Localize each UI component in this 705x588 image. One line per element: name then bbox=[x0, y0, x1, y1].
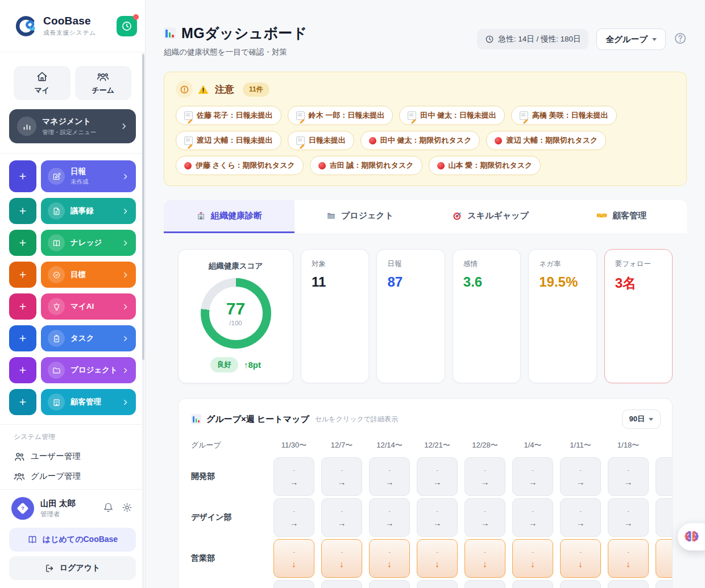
sidebar-item-customer[interactable]: 顧客管理 bbox=[41, 389, 136, 415]
add-goal-button[interactable] bbox=[9, 262, 36, 288]
heatmap-cell[interactable]: -→ bbox=[321, 498, 362, 537]
heatmap-cell[interactable]: -→ bbox=[465, 457, 505, 496]
sidebar-item-user-management[interactable]: ユーザー管理 bbox=[14, 451, 131, 462]
heatmap-cell[interactable]: -→ bbox=[512, 580, 553, 588]
add-my-ai-button[interactable] bbox=[9, 293, 36, 320]
heatmap-cell[interactable]: -↓ bbox=[560, 539, 601, 578]
ai-assistant-button[interactable] bbox=[678, 523, 705, 550]
heatmap-cell[interactable]: -→ bbox=[560, 457, 601, 496]
attendance-timer-button[interactable] bbox=[117, 16, 137, 36]
sidebar-item-goal[interactable]: 目標 bbox=[41, 262, 136, 288]
heatmap-cell[interactable]: -↓ bbox=[321, 539, 362, 578]
tab-project[interactable]: プロジェクト bbox=[295, 200, 425, 233]
getting-started-button[interactable]: はじめてのCooBase bbox=[9, 528, 136, 552]
heatmap-cell[interactable]: -→ bbox=[417, 580, 458, 588]
heatmap-range-select[interactable]: 90日 bbox=[622, 409, 661, 429]
add-task-button[interactable] bbox=[9, 325, 36, 351]
tab-customer[interactable]: 顧客管理 bbox=[556, 200, 687, 233]
heatmap-cell[interactable]: -→ bbox=[608, 457, 649, 496]
heatmap-cell[interactable]: -→ bbox=[560, 580, 601, 588]
heatmap-cell[interactable]: -→ bbox=[369, 457, 410, 496]
bar-chart-icon bbox=[17, 117, 36, 136]
alert-chip[interactable]: 田中 健太：期限切れタスク bbox=[360, 131, 480, 150]
trend-flat-arrow-icon: → bbox=[338, 477, 346, 487]
heatmap-cell[interactable]: -↓ bbox=[656, 539, 673, 578]
heatmap-cell[interactable]: -→ bbox=[656, 580, 673, 588]
trend-flat-arrow-icon: → bbox=[338, 518, 346, 528]
add-knowledge-button[interactable] bbox=[9, 230, 36, 256]
logout-button[interactable]: ログアウト bbox=[9, 556, 136, 580]
coobase-logo-icon bbox=[15, 15, 38, 38]
heatmap-cell[interactable]: -→ bbox=[512, 457, 553, 496]
sidebar-item-minutes[interactable]: 議事録 bbox=[41, 198, 136, 224]
heatmap-cell[interactable]: -→ bbox=[656, 457, 673, 496]
alert-chip[interactable]: 渡辺 大輔：期限切れタスク bbox=[486, 131, 606, 150]
add-minutes-button[interactable] bbox=[9, 198, 36, 224]
heatmap-cell[interactable]: -→ bbox=[417, 457, 458, 496]
heatmap-cell[interactable]: -↓ bbox=[273, 539, 314, 578]
alert-chip[interactable]: 山本 愛：期限切れタスク bbox=[429, 156, 541, 175]
heatmap-cell[interactable]: -↓ bbox=[369, 539, 410, 578]
sidebar-item-team[interactable]: チーム bbox=[75, 66, 132, 100]
sidebar-item-group-management[interactable]: グループ管理 bbox=[14, 471, 131, 482]
sidebar-top-nav: マイ チーム bbox=[14, 66, 131, 100]
heatmap-cell[interactable]: -→ bbox=[608, 580, 649, 588]
heatmap-cell[interactable]: -→ bbox=[273, 580, 314, 588]
alert-chip[interactable]: 渡辺 大輔：日報未提出 bbox=[176, 131, 281, 150]
group-filter-select[interactable]: 全グループ bbox=[596, 28, 666, 50]
red-circle-icon bbox=[495, 137, 502, 144]
alert-chip[interactable]: 佐藤 花子：日報未提出 bbox=[176, 106, 281, 125]
heatmap-week-label: 1/4〜 bbox=[512, 440, 553, 450]
alert-chip[interactable]: 田中 健太：日報未提出 bbox=[399, 106, 505, 125]
sidebar-item-daily-report[interactable]: 日報未作成 bbox=[41, 160, 136, 192]
heatmap-cell[interactable]: -→ bbox=[273, 498, 314, 537]
chevron-right-icon bbox=[122, 239, 129, 247]
pencil-square-icon bbox=[48, 168, 65, 185]
tab-skill-gap[interactable]: スキルギャップ bbox=[425, 200, 556, 233]
heatmap-cell[interactable]: -↓ bbox=[465, 539, 505, 578]
add-project-button[interactable] bbox=[9, 357, 36, 383]
heatmap-cell[interactable]: -→ bbox=[273, 457, 314, 496]
sidebar-item-task[interactable]: タスク bbox=[41, 325, 136, 351]
sidebar-item-my-ai[interactable]: マイAI bbox=[41, 293, 136, 320]
tab-org-health[interactable]: 組織健康診断 bbox=[164, 200, 295, 233]
sidebar-scrollbar-thumb[interactable] bbox=[142, 54, 144, 360]
settings-button[interactable] bbox=[121, 501, 134, 516]
alert-chip[interactable]: 日報未提出 bbox=[288, 131, 354, 150]
sidebar-item-management[interactable]: マネジメント 管理・設定メニュー bbox=[9, 109, 136, 143]
add-customer-button[interactable] bbox=[9, 389, 36, 415]
alert-chip[interactable]: 吉田 誠：期限切れタスク bbox=[310, 156, 422, 175]
heatmap-cell[interactable]: -↓ bbox=[417, 539, 458, 578]
org-health-score-card: 組織健康スコア 77 /100 良好 ↑8pt bbox=[178, 249, 293, 383]
heatmap-cell[interactable]: -→ bbox=[369, 498, 410, 537]
alert-chip[interactable]: 鈴木 一郎：日報未提出 bbox=[288, 106, 393, 125]
sidebar-item-my[interactable]: マイ bbox=[14, 66, 70, 100]
heatmap-cell[interactable]: -→ bbox=[656, 498, 673, 537]
alert-chip[interactable]: 高橋 美咲：日報未提出 bbox=[511, 106, 617, 125]
heatmap-cell[interactable]: -→ bbox=[465, 498, 505, 537]
heatmap-cell[interactable]: -→ bbox=[321, 580, 362, 588]
heatmap-cell[interactable]: -→ bbox=[512, 498, 553, 537]
sidebar-item-project[interactable]: プロジェクト bbox=[41, 357, 136, 383]
heatmap-cell[interactable]: -↓ bbox=[608, 539, 649, 578]
question-circle-icon bbox=[674, 32, 687, 45]
tab-label: 顧客管理 bbox=[612, 210, 646, 221]
divider bbox=[0, 153, 145, 154]
system-admin-section: システム管理 ユーザー管理 グループ管理 bbox=[0, 424, 145, 482]
heatmap-cell[interactable]: -→ bbox=[321, 457, 362, 496]
heatmap-cell[interactable]: -↓ bbox=[512, 539, 553, 578]
avatar[interactable]: ? bbox=[11, 497, 34, 520]
heatmap-cell[interactable]: -→ bbox=[465, 580, 505, 588]
heatmap-cell[interactable]: -→ bbox=[417, 498, 458, 537]
add-daily-report-button[interactable] bbox=[9, 160, 36, 192]
user-footer: ? 山田 太郎 管理者 bbox=[0, 489, 145, 525]
heatmap-cell-value: - bbox=[532, 548, 534, 555]
heatmap-cell[interactable]: -→ bbox=[608, 498, 649, 537]
help-button[interactable] bbox=[674, 32, 687, 47]
heatmap-hint: セルをクリックで詳細表示 bbox=[315, 415, 398, 424]
heatmap-cell[interactable]: -→ bbox=[560, 498, 601, 537]
heatmap-cell[interactable]: -→ bbox=[369, 580, 410, 588]
alert-chip[interactable]: 伊藤 さくら：期限切れタスク bbox=[176, 156, 304, 175]
sidebar-item-knowledge[interactable]: ナレッジ bbox=[41, 230, 136, 256]
notifications-button[interactable] bbox=[102, 501, 115, 516]
